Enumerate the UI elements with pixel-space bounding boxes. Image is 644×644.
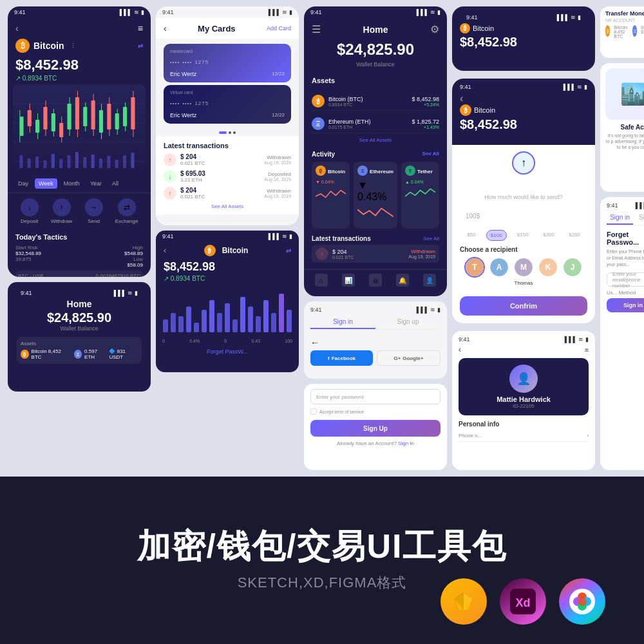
see-all-assets-link[interactable]: See All Assets [164,204,291,209]
home-big-menu[interactable]: ☰ [312,23,321,35]
send-header-bg: 9:41 ▌▌▌ ≋ ▮ ‹ ₿ Bitcoin $8,452.98 [452,79,595,145]
svg-rect-53 [52,154,55,168]
tab-signin[interactable]: Sign in [310,316,375,329]
time-1: 9:41 [14,9,26,15]
back-btc-small[interactable]: ‹ [164,246,166,255]
back-chevron[interactable]: ‹ [15,23,19,33]
svg-rect-8 [30,104,30,110]
transfer-title: Transfer Money [605,10,644,17]
preset-200[interactable]: $200 [539,230,558,241]
tab-day[interactable]: Day [14,178,32,189]
avatar-1[interactable]: T [464,257,485,278]
withdraw-btn[interactable]: ↑ Withdraw [51,198,72,224]
asset-eth-small: Ξ [74,350,82,359]
forget-email-field[interactable]: Enter your email/phone number [607,272,644,287]
menu-icon[interactable]: ≡ [138,23,143,33]
tactics-title: Today's Tactics [15,233,143,241]
activity-title: Activity See All [312,151,439,158]
facebook-btn[interactable]: f Facebook [310,350,373,366]
home-nav-bell[interactable]: 🔔 [396,274,409,287]
svg-rect-27 [77,129,78,137]
forget-signin-btn[interactable]: Sign in [607,298,644,312]
add-card-btn[interactable]: Add Card [267,25,291,32]
btc-usb-label: BTC - USB [18,273,44,277]
tab-month[interactable]: Month [60,178,84,189]
svg-rect-40 [115,113,119,129]
preset-250[interactable]: $260 [565,230,584,241]
card-expiry-1: 12/22 [272,71,285,77]
svg-rect-43 [123,107,127,126]
home-small-title: Home [14,299,144,309]
signin-link: Already have an Account? Sign In [310,440,440,446]
signup-button[interactable]: Sign Up [310,420,440,437]
chart-svg [13,84,146,175]
signin-link-span[interactable]: Sign In [398,440,414,446]
home-nav-wallet[interactable]: ◎ [369,274,382,287]
send-subtitle: How much would like to send? [452,194,595,200]
btc-header-card: 9:41 ▌▌▌ ≋ ▮ ₿ Bitcoin $8,452.98 [452,6,595,71]
signal-icon: ▌▌▌ [120,9,132,15]
home-big-settings[interactable]: ⚙ [430,23,439,35]
back-arrow-signin[interactable]: ← [310,337,319,348]
send-title: Send Money [452,180,595,190]
preset-150[interactable]: $150 [513,230,533,241]
eth-mini-chart [357,203,393,222]
preset-50[interactable]: $50 [463,230,479,241]
see-all-activity[interactable]: See All [422,151,439,158]
deposit-btn[interactable]: ↓ Deposit [21,198,39,224]
confirm-button[interactable]: Confrim [460,296,587,316]
safe-text: It's not going to be enough to p adverti… [605,133,644,150]
see-all-assets-big[interactable]: See All Assets [312,137,439,143]
tab-week[interactable]: Week [35,178,57,189]
password-field[interactable]: Enter your password [310,389,440,404]
asset-btc-price: $ 8,452.98 [412,96,439,102]
home-small-label: Wallet Balance [14,325,144,332]
avatar-3[interactable]: M [513,257,534,278]
profile-back[interactable]: ‹ [459,345,461,354]
avatar-2[interactable]: A [489,257,509,278]
send-back[interactable]: ‹ [460,93,463,104]
svg-rect-35 [101,104,102,110]
tab-year[interactable]: Year [86,178,106,189]
home-nav-chart[interactable]: 📊 [342,274,355,287]
google-btn[interactable]: G+ Google+ [377,350,440,366]
see-all-latest[interactable]: See All [423,236,439,242]
xd-icon: Xd [500,578,546,625]
asset-btc-row: ₿ Bitcoin (BTC) 0.8934 BTC $ 8,452.98 +5… [312,92,439,111]
tab-signup[interactable]: Sign up [375,316,440,329]
asset-btc-amount: 0.8934 BTC [328,102,412,107]
chart-x-0: 0 [162,339,165,343]
recipient-1: T [464,257,485,278]
cards-back[interactable]: ‹ [164,23,167,33]
assets-section: Assets ₿ Bitcoin (BTC) 0.8934 BTC $ 8,45… [304,73,447,147]
status-bar-home: 9:41 ▌▌▌ ≋ ▮ [304,6,447,18]
send-btn[interactable]: → Send [85,198,103,224]
bitcoin-chart-phone: 9:41 ▌▌▌ ≋ ▮ ‹ ≡ ₿ Bitcoin ⋮ ⇄ $8,452.9 [8,6,151,277]
avatar-5[interactable]: J [562,257,583,278]
svg-rect-68 [194,323,199,332]
city-illustration: 🏙️ [620,82,644,106]
bottom-tab-signin[interactable]: Sign in [607,211,633,225]
svg-rect-49 [19,155,23,168]
exchange-btn[interactable]: ⇄ Exchange [115,198,138,224]
tether-mini-chart [405,184,435,204]
col2: 9:41 ▌▌▌ ≋ ▮ ‹ My Cards Add Card masterc… [153,6,301,470]
profile-info-title: Personal info [459,421,589,428]
svg-rect-41 [117,109,118,113]
trans-3: ↑ $ 204 0.021 BTC Withdrawn Aug 19, 2019 [164,187,291,200]
bar-chart-svg [162,294,292,332]
send-amount-field[interactable]: 100$ [460,207,587,225]
svg-rect-58 [91,155,95,168]
profile-phone-arrow[interactable]: › [587,433,589,439]
mini-bars [156,285,299,336]
home-nav-home[interactable]: ⌂ [315,274,328,287]
bottom-tab-signup[interactable]: Sig... [633,211,644,225]
svg-rect-11 [37,113,38,120]
svg-rect-50 [28,158,31,168]
preset-100[interactable]: $100 [486,230,507,241]
terms-checkbox[interactable] [310,408,317,415]
tab-all[interactable]: All [108,178,122,189]
profile-menu[interactable]: ≡ [585,346,589,354]
home-nav-user[interactable]: 👤 [423,274,436,287]
avatar-4[interactable]: K [538,257,558,278]
